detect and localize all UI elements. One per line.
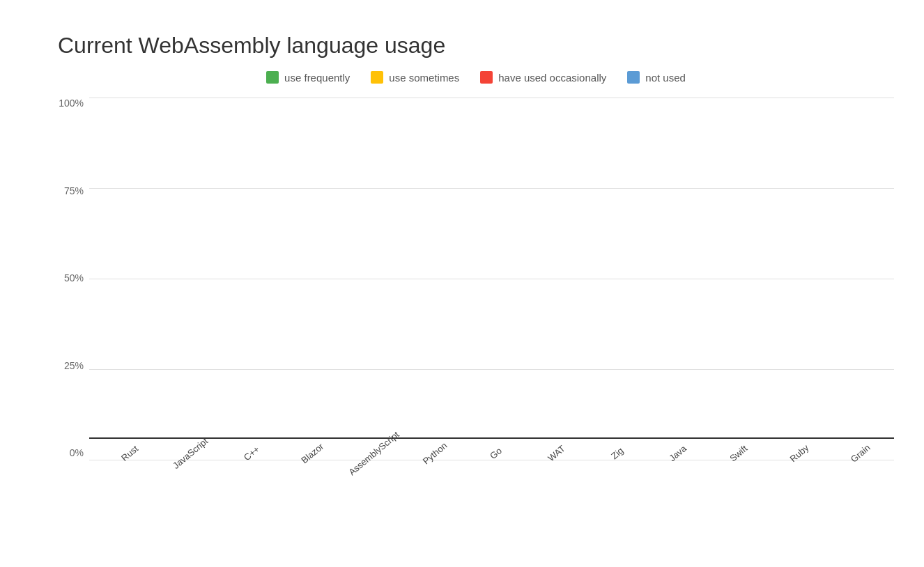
x-label-text: JavaScript bbox=[171, 435, 210, 471]
x-label-python: Python bbox=[401, 444, 462, 460]
legend: use frequently use sometimes have used o… bbox=[58, 71, 894, 84]
bars-wrapper bbox=[89, 98, 894, 439]
x-label-c--: C++ bbox=[217, 444, 278, 460]
legend-item-sometimes: use sometimes bbox=[371, 71, 459, 84]
x-labels: RustJavaScriptC++BlazorAssemblyScriptPyt… bbox=[89, 444, 894, 460]
chart-plot: RustJavaScriptC++BlazorAssemblyScriptPyt… bbox=[89, 98, 894, 460]
legend-label-occasionally: have used occasionally bbox=[498, 72, 606, 84]
legend-item-occasionally: have used occasionally bbox=[480, 71, 606, 84]
y-label: 50% bbox=[58, 272, 89, 284]
x-label-text: Zig bbox=[609, 445, 625, 461]
x-label-javascript: JavaScript bbox=[157, 444, 217, 460]
legend-item-frequently: use frequently bbox=[266, 71, 350, 84]
x-label-ruby: Ruby bbox=[766, 444, 826, 460]
x-label-text: Java bbox=[668, 443, 689, 463]
x-label-text: Rust bbox=[119, 443, 140, 463]
chart-title: Current WebAssembly language usage bbox=[58, 33, 894, 59]
x-label-grain: Grain bbox=[826, 444, 887, 460]
legend-label-not_used: not used bbox=[645, 72, 686, 84]
x-label-text: C++ bbox=[241, 444, 261, 463]
x-label-java: Java bbox=[645, 444, 705, 460]
x-label-text: Python bbox=[421, 440, 449, 467]
x-label-text: Go bbox=[488, 445, 504, 461]
x-label-zig: Zig bbox=[583, 444, 644, 460]
x-label-text: Grain bbox=[848, 442, 872, 465]
chart-area: 100%75%50%25%0% RustJavaScriptC++BlazorA… bbox=[58, 98, 894, 460]
y-label: 75% bbox=[58, 185, 89, 196]
x-label-blazor: Blazor bbox=[278, 444, 339, 460]
y-label: 25% bbox=[58, 360, 89, 371]
x-label-text: WAT bbox=[546, 443, 567, 463]
y-axis: 100%75%50%25%0% bbox=[58, 98, 89, 460]
grid-line bbox=[89, 460, 894, 460]
legend-color-not_used bbox=[627, 71, 640, 84]
x-label-text: Swift bbox=[727, 443, 749, 464]
chart-container: Current WebAssembly language usage use f… bbox=[16, 12, 908, 555]
x-label-go: Go bbox=[462, 444, 523, 460]
legend-color-sometimes bbox=[371, 71, 383, 84]
legend-color-frequently bbox=[266, 71, 279, 84]
x-label-wat: WAT bbox=[523, 444, 583, 460]
legend-label-sometimes: use sometimes bbox=[389, 72, 459, 84]
x-label-rust: Rust bbox=[96, 444, 157, 460]
y-label: 100% bbox=[58, 98, 89, 109]
y-label: 0% bbox=[58, 447, 89, 458]
x-label-assemblyscript: AssemblyScript bbox=[339, 444, 402, 460]
x-axis-line bbox=[89, 437, 894, 439]
x-label-text: Blazor bbox=[299, 441, 325, 465]
x-label-text: Ruby bbox=[788, 442, 811, 464]
legend-label-frequently: use frequently bbox=[284, 72, 350, 84]
legend-item-not_used: not used bbox=[627, 71, 686, 84]
legend-color-occasionally bbox=[480, 71, 493, 84]
x-label-swift: Swift bbox=[705, 444, 766, 460]
